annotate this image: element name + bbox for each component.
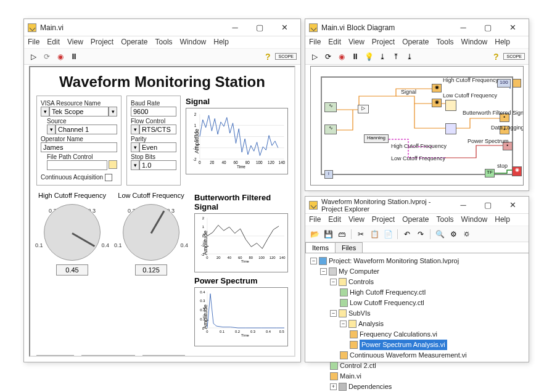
titlebar[interactable]: Main.vi Block Diagram ─ ▢ ✕	[305, 19, 529, 36]
log-data-button[interactable]: Log Data	[81, 355, 135, 357]
help-icon[interactable]: ?	[493, 52, 499, 62]
parity-dropdown[interactable]: ▾	[131, 142, 176, 152]
tree-subvis[interactable]: SubVIs	[348, 308, 370, 319]
undo-icon[interactable]: ↶	[402, 229, 413, 240]
collapse-icon[interactable]: −	[340, 321, 347, 327]
stop-dropdown[interactable]: ▾	[131, 160, 176, 170]
maximize-button[interactable]: ▢	[476, 197, 500, 213]
menu-edit[interactable]: Edit	[328, 38, 341, 47]
subvi-node[interactable]	[445, 100, 456, 111]
menu-help[interactable]: Help	[213, 38, 229, 47]
tree-vi-freq[interactable]: Frequency Calculations.vi	[360, 329, 437, 340]
filter-icon[interactable]: ⚙	[448, 229, 459, 240]
waveform-node[interactable]: ∿	[324, 125, 337, 134]
iteration-node[interactable]: i	[324, 170, 333, 179]
stop-button[interactable]: STOP	[142, 355, 185, 357]
flow-input[interactable]	[139, 125, 176, 134]
step-icon[interactable]: ⤒	[390, 51, 402, 62]
vi-icon[interactable]: SCOPE	[503, 53, 525, 60]
minimize-button[interactable]: ─	[451, 197, 476, 213]
menu-edit[interactable]: Edit	[47, 38, 60, 47]
menu-help[interactable]: Help	[495, 215, 510, 224]
constant-node[interactable]: 100	[497, 79, 511, 88]
run-icon[interactable]: ▷	[309, 51, 320, 62]
help-icon[interactable]: ?	[265, 52, 271, 62]
flow-dropdown[interactable]: ▾	[131, 125, 176, 134]
close-button[interactable]: ✕	[500, 197, 525, 213]
titlebar[interactable]: Waveform Monitoring Station.lvproj - Pro…	[305, 197, 529, 214]
save-icon[interactable]: 💾	[323, 229, 334, 240]
cont-acq-checkbox[interactable]	[105, 174, 112, 181]
abort-icon[interactable]: ◉	[55, 51, 66, 62]
menu-tools[interactable]: Tools	[437, 215, 454, 224]
menu-view[interactable]: View	[67, 38, 83, 47]
pause-icon[interactable]: II	[68, 51, 80, 62]
tab-files[interactable]: Files	[335, 242, 363, 253]
operator-input[interactable]	[41, 142, 117, 152]
titlebar[interactable]: Main.vi ─ ▢ ✕	[24, 19, 300, 36]
knob-terminal[interactable]: ◉	[432, 84, 442, 92]
search-icon[interactable]: 🔍	[434, 229, 445, 240]
menu-project[interactable]: Project	[91, 38, 113, 47]
file-input[interactable]	[47, 160, 107, 170]
menu-edit[interactable]: Edit	[328, 215, 341, 224]
menu-operate[interactable]: Operate	[121, 38, 147, 47]
menu-project[interactable]: Project	[372, 38, 395, 47]
stop-terminal[interactable]: TF	[485, 169, 495, 178]
tree-ctl-low[interactable]: Low Cutoff Frequency.ctl	[350, 298, 424, 308]
open-icon[interactable]: 📂	[309, 229, 320, 240]
menu-file[interactable]: File	[28, 38, 39, 47]
source-input[interactable]	[56, 125, 117, 134]
tree-controls[interactable]: Controls	[348, 277, 374, 287]
copy-icon[interactable]: 📋	[369, 229, 380, 240]
step-icon[interactable]: ⤓	[404, 51, 415, 62]
project-tree[interactable]: −Project: Waveform Monitoring Station.lv…	[305, 253, 529, 392]
pause-icon[interactable]: II	[350, 51, 361, 62]
redo-icon[interactable]: ↷	[415, 229, 426, 240]
visa-dropdown[interactable]: ▾▾	[41, 107, 117, 116]
minimize-button[interactable]: ─	[451, 20, 476, 36]
close-button[interactable]: ✕	[272, 20, 297, 36]
paste-icon[interactable]: 📄	[382, 229, 393, 240]
knob-terminal[interactable]: ◉	[432, 99, 442, 107]
high-cutoff-value[interactable]: 0.45	[56, 264, 88, 276]
run-continuous-icon[interactable]: ⟳	[41, 51, 52, 62]
collapse-icon[interactable]: −	[310, 258, 317, 264]
menu-tools[interactable]: Tools	[155, 38, 173, 47]
menu-file[interactable]: File	[309, 38, 321, 47]
tree-vi-power[interactable]: Power Spectrum Analysis.vi	[360, 340, 447, 350]
maximize-button[interactable]: ▢	[476, 20, 500, 36]
bulb-icon[interactable]: 💡	[363, 51, 374, 62]
menu-project[interactable]: Project	[372, 215, 395, 224]
vi-icon[interactable]: SCOPE	[275, 53, 297, 60]
menu-help[interactable]: Help	[495, 38, 510, 47]
low-cutoff-value[interactable]: 0.125	[135, 264, 167, 276]
parity-input[interactable]	[139, 142, 176, 152]
menu-window[interactable]: Window	[461, 38, 488, 47]
amp-node[interactable]: ▷	[358, 105, 369, 113]
start-button[interactable]: Start	[36, 355, 74, 357]
stop-input[interactable]	[139, 160, 176, 170]
gear-icon[interactable]: ⛭	[461, 229, 472, 240]
menu-file[interactable]: File	[309, 215, 321, 224]
tree-vi-continuous[interactable]: Continuous Waveform Measurement.vi	[350, 350, 467, 361]
tree-my-computer[interactable]: My Computer	[339, 266, 379, 277]
expand-icon[interactable]: +	[330, 383, 337, 390]
close-button[interactable]: ✕	[500, 20, 525, 36]
source-dropdown[interactable]: ▾	[47, 125, 117, 134]
tree-root[interactable]: Project: Waveform Monitoring Station.lvp…	[329, 256, 459, 266]
abort-icon[interactable]: ◉	[336, 51, 347, 62]
save-all-icon[interactable]: 🗃	[336, 229, 347, 240]
hanning-node[interactable]: Hanning	[364, 134, 389, 143]
browse-icon[interactable]	[109, 160, 117, 169]
low-cutoff-knob[interactable]	[123, 204, 179, 261]
menu-view[interactable]: View	[348, 215, 365, 224]
menu-tools[interactable]: Tools	[437, 38, 454, 47]
filter-node[interactable]	[445, 123, 456, 134]
cut-icon[interactable]: ✂	[355, 229, 366, 240]
step-icon[interactable]: ⤓	[377, 51, 388, 62]
high-cutoff-knob[interactable]	[44, 204, 101, 261]
collapse-icon[interactable]: −	[330, 279, 337, 285]
tree-analysis[interactable]: Analysis	[358, 319, 384, 329]
run-icon[interactable]: ▷	[28, 51, 39, 62]
